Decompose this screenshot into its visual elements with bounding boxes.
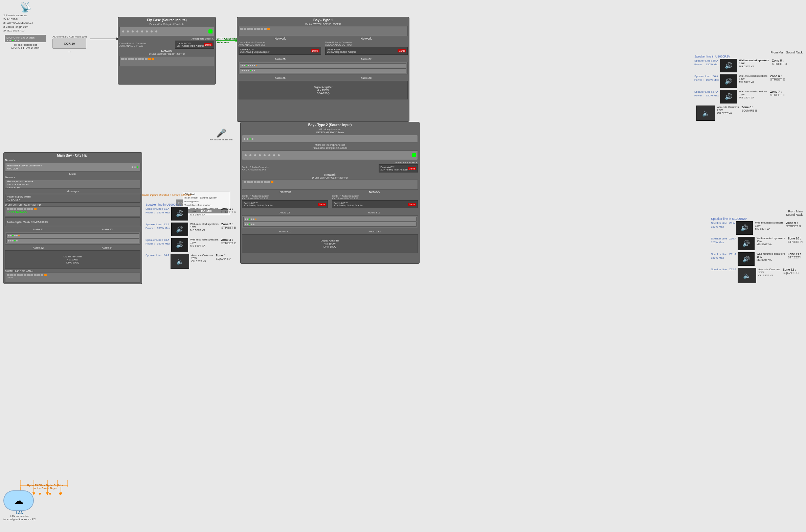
zone12-speaker-icon: 🔈 xyxy=(743,272,750,279)
zone5-info: Wall-mounted speakers 15W MS 530T VA xyxy=(739,59,769,68)
zone1-speaker-type: Wall-mounted speakers 15W MS 530T VA xyxy=(190,207,219,216)
zone2-row: Speaker Line : Z2 A Power : 150W Max 🔊 W… xyxy=(146,223,236,236)
zone3-label-area: Zone 3 : STREET C xyxy=(221,238,236,245)
bay1-dig-amp-label: Digital Amplifier 4 x 150W DPA-150Q xyxy=(314,86,332,95)
bay2-dante-output-row: Dante IP Audio Converter AVIO ANALOG OUT… xyxy=(241,194,419,209)
zone5-speaker-icon: 🔊 xyxy=(725,62,732,69)
bay1-audio-zones-row2: Audio Z6 Audio Z8 xyxy=(237,76,409,79)
bay2-dante-ip-label: Dante IP Audio Converter AVIO ANALOG IN … xyxy=(242,166,379,171)
zone11-info: Wall-mounted speakers 15W MS 530T VA xyxy=(756,252,785,262)
fly-case-preamp-green xyxy=(208,30,212,34)
zone8-label: Zone 8 : xyxy=(742,106,757,109)
zone2-info: Wall-mounted speakers 15W MS 530T VA xyxy=(190,223,219,232)
zone3-speaker-box: 🔊 xyxy=(171,238,188,252)
zone3-info: Wall-mounted speakers 15W MS 530T VA xyxy=(190,238,219,247)
fly-case-dante-row: Dante IP Audio Converter AVIO ANALOG IN … xyxy=(119,41,214,49)
zone6-speaker-line: Speaker Line : Z6 A Power : 150W Max xyxy=(694,74,719,82)
zone10-row: Speaker Line : Z10 A 150W Max 🔊 Wall-mou… xyxy=(711,237,803,250)
bay2-dante-avo-out-left: Dante AVO™ 2CH Analog Output Adapter Dan… xyxy=(242,200,328,208)
zone8-row: 🔈 Acoustic Columns 20W CU 320T VA Zone 8… xyxy=(694,106,803,121)
main-bay-z3: Audio Z3 xyxy=(102,228,113,231)
zone4-label-area: Zone 4 : SQUARE A xyxy=(215,254,231,261)
arm-label: Message hub network Alerts + Ringtones A… xyxy=(7,180,139,189)
zone9-row: Speaker Line : Z9 A 150W Max 🔊 Wall-moun… xyxy=(711,221,803,235)
zone8-speaker-box: 🔈 xyxy=(696,106,715,121)
zone6-street: STREET E xyxy=(770,78,785,81)
ntu-label-text: Multimedia player on network xyxy=(7,164,131,167)
zone1-speaker-icon: 🔊 xyxy=(176,210,183,217)
zone1-label: Zone 1 : xyxy=(221,207,236,210)
zones-title-bottom-right: Speaker line in U1000R2V xyxy=(711,217,803,221)
bay1-switch-unit xyxy=(239,26,408,36)
bay1-audio-z6: Audio Z6 xyxy=(275,76,286,79)
speaker-zones-top-right: From Main Sound Rack Speaker line in U10… xyxy=(694,51,803,123)
zone7-street: STREET F xyxy=(770,93,785,97)
zone4-speaker-line-info: Speaker Line : Z4 A xyxy=(146,254,169,257)
zones-bottom-left: Speaker line in U1000R2V Speaker Line : … xyxy=(146,203,236,271)
main-bay-audio-zones-row2: Audio Z2 Audio Z4 xyxy=(4,246,142,249)
zone10-speaker-box: 🔊 xyxy=(738,237,754,250)
zone7-speaker-icon: 🔊 xyxy=(725,93,732,100)
switch-n-man-label: SWITCH 24P POE N-MAN xyxy=(4,270,142,272)
zones-bottom-right: From Main Sound Rack Speaker line in U10… xyxy=(711,210,803,285)
bay2-network2: Network xyxy=(369,190,380,194)
zone11-label: Zone 11 : xyxy=(788,252,801,256)
zone10-street: STREET H xyxy=(788,240,803,244)
adm-unit: Audio-Digital Matrix / DMM-1616D xyxy=(5,217,140,226)
music-label: Music xyxy=(4,172,142,175)
arm-unit: Message hub network Alerts + Ringtones A… xyxy=(5,180,140,189)
zone3-street: STREET C xyxy=(221,242,236,245)
main-bay-rack-row-1 xyxy=(6,233,139,238)
zone2-label-area: Zone 2 : STREET B xyxy=(221,223,236,229)
zone4-speaker-icon: 🔈 xyxy=(176,258,184,265)
bay1-audio-zones-row1: Audio Z5 Audio Z7 xyxy=(237,57,409,60)
bay1-dante-avo-left-label: Dante KIO™ 2CH Analog Output Adapter xyxy=(240,49,311,53)
bay2-dante-out-left: Dante IP Audio Converter AVIO ANALOG OUT… xyxy=(241,194,329,209)
main-bay-switch-network-label: LAN/1 Network xyxy=(7,210,139,214)
fly-case-switch-ports xyxy=(121,58,212,60)
from-main-rack-label-bottom: From Main Sound Rack xyxy=(711,210,803,216)
bay2-audio-z10: Audio Z10 xyxy=(279,230,291,233)
fly-case-preamp-label: Preamplifier 10 inputs / 2 outputs xyxy=(118,23,215,25)
hf-accessories: 2 Remote antennas 2x A 1031-U 2x 3/8" WA… xyxy=(3,14,48,33)
zone5-label: Zone 5 : xyxy=(772,59,787,62)
main-bay-z2: Audio Z2 xyxy=(33,246,44,249)
zone9-speaker-line-info: Speaker Line : Z9 A 150W Max xyxy=(711,221,735,229)
bay2-dig-amp: Digital Amplifier 4 x 150W DPA-150Q xyxy=(242,234,418,253)
zone9-label: Zone 9 : xyxy=(786,221,801,225)
bay1-networks: Network Network xyxy=(237,37,409,40)
zone8-info: Acoustic Columns 20W CU 320T VA xyxy=(717,106,739,115)
zone10-label-area: Zone 10 : STREET H xyxy=(788,237,803,244)
fly-case-box: Fly Case (Source inputs) Preamplifier 10… xyxy=(118,17,216,84)
main-bay-switch-n-man: D-Link xyxy=(5,272,140,283)
bay2-audio-zones-row1: Audio Z9 Audio Z11 xyxy=(241,210,419,214)
cloud-icon: ☁ xyxy=(14,495,23,506)
zone10-speaker-type: Wall-mounted speakers 15W MS 530T VA xyxy=(756,237,785,246)
bay2-dante-out-right: Dante IP Audio Converter AVIO ANALOG OUT… xyxy=(331,194,419,209)
bay2-network1: Network xyxy=(280,190,290,194)
fly-case-atmosphere-label: Atmosphere Street X xyxy=(118,38,215,40)
zone11-label-area: Zone 11 : STREET I xyxy=(788,252,801,259)
zone2-speaker-box: 🔊 xyxy=(171,223,188,236)
bay-type1-box: Bay - Type 1 D-Link SWITCH POE 8P+2SFP D… xyxy=(237,17,409,122)
zone12-street: SQUARE C xyxy=(783,271,799,274)
cable-label-text: Cable 2 pairs shielded + screen 0.50mm² xyxy=(142,193,191,196)
zone6-label-area: Zone 6 : STREET E xyxy=(770,74,785,81)
zone7-label-area: Zone 7 : STREET F xyxy=(770,90,785,97)
zone6-speaker-box: 🔊 xyxy=(720,74,737,88)
zone8-speaker-line xyxy=(694,106,695,109)
bay1-rack-row-2 xyxy=(240,68,406,73)
bay2-dante-input-tag: Dante xyxy=(408,167,416,170)
fly-case-switch-unit xyxy=(119,56,214,66)
fiber-arrow-2: ▼ xyxy=(38,491,42,496)
zone10-speaker-line-info: Speaker Line : Z10 A 150W Max xyxy=(711,237,736,244)
zone6-speaker-type: Wall-mounted speakers 15W MS 530T VA xyxy=(739,74,767,83)
zone1-row: Speaker Line : Z1 A Power : 150W Max 🔊 W… xyxy=(146,207,236,221)
zone7-info: Wall-mounted speakers 15W MS 530T VA xyxy=(739,90,767,99)
psb-label: Power supply board AL-SA-MIX xyxy=(7,195,139,201)
bay2-dante-avo-input: Dante AVO™ 2CH Analog Input Adapter Dant… xyxy=(379,164,418,172)
arm-model-text: ARM 911A xyxy=(7,186,139,189)
zone7-speaker-box: 🔊 xyxy=(720,90,737,103)
zone12-label-area: Zone 12 : SQUARE C xyxy=(783,268,799,274)
zone12-speaker-type: Acoustic Columns 20W CU 320T VA xyxy=(758,268,780,277)
